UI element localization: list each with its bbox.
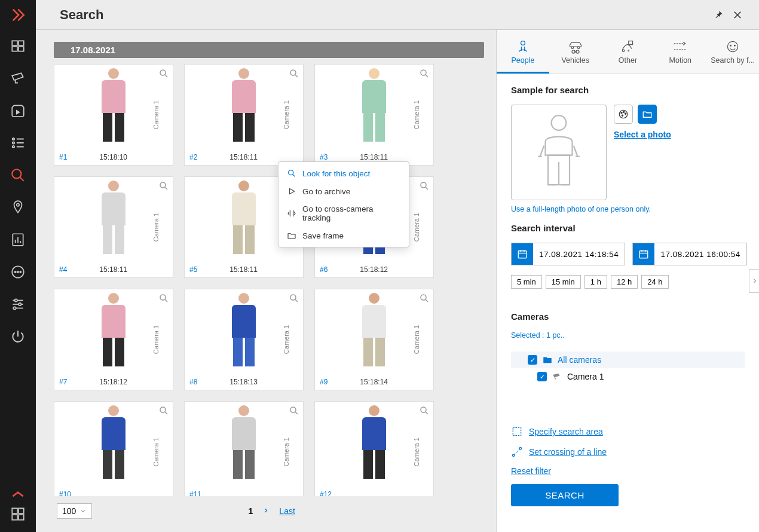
rail-logo[interactable] bbox=[0, 0, 36, 30]
pager-next[interactable] bbox=[262, 506, 270, 516]
page-size-value: 100 bbox=[62, 506, 76, 516]
tab-other[interactable]: Other bbox=[602, 30, 654, 74]
magnify-icon[interactable] bbox=[158, 293, 169, 306]
svg-rect-29 bbox=[12, 515, 17, 520]
rail-archive[interactable] bbox=[0, 94, 36, 127]
specify-area-link[interactable]: Specify search area bbox=[511, 426, 745, 438]
result-card[interactable]: Camera 1#815:18:13 bbox=[184, 289, 304, 390]
pin-button[interactable] bbox=[709, 5, 728, 25]
play-icon bbox=[287, 186, 296, 196]
rail-reports[interactable] bbox=[0, 224, 36, 256]
result-id: #5 bbox=[189, 265, 197, 274]
rail-collapse[interactable] bbox=[0, 488, 36, 502]
rail-cameras[interactable] bbox=[0, 62, 36, 94]
magnify-icon[interactable] bbox=[158, 405, 169, 418]
result-card[interactable]: Camera 1#415:18:11 bbox=[54, 176, 173, 278]
magnify-icon[interactable] bbox=[289, 293, 299, 306]
magnify-icon[interactable] bbox=[158, 68, 169, 81]
result-id: #7 bbox=[59, 378, 67, 386]
result-card[interactable]: Camera 1#215:18:11 bbox=[184, 64, 304, 166]
result-camera-label: Camera 1 bbox=[152, 438, 160, 466]
svg-line-48 bbox=[295, 299, 298, 302]
result-card[interactable]: Camera 1#10 bbox=[54, 401, 173, 496]
panel-collapse-handle[interactable] bbox=[749, 269, 759, 293]
svg-line-95 bbox=[515, 450, 519, 454]
quick-interval-button[interactable]: 15 min bbox=[546, 275, 581, 289]
svg-point-6 bbox=[13, 142, 14, 143]
interval-from[interactable]: 17.08.2021 14:18:54 bbox=[511, 243, 625, 265]
tab-vehicles[interactable]: Vehicles bbox=[549, 30, 602, 74]
reset-filter-link[interactable]: Reset filter bbox=[511, 466, 745, 476]
page-size-select[interactable]: 100 bbox=[57, 503, 92, 519]
pager-last[interactable]: Last bbox=[279, 506, 295, 516]
close-button[interactable] bbox=[728, 5, 747, 25]
quick-interval-button[interactable]: 5 min bbox=[511, 275, 542, 289]
camera-item-label: Camera 1 bbox=[567, 372, 604, 381]
svg-point-75 bbox=[552, 115, 567, 130]
rail-search[interactable] bbox=[0, 159, 36, 191]
result-card[interactable]: Camera 1#11 bbox=[184, 401, 304, 496]
rail-settings[interactable] bbox=[0, 288, 36, 320]
left-rail bbox=[0, 0, 36, 532]
checkbox-icon[interactable]: ✓ bbox=[528, 355, 537, 365]
result-grid: Camera 1#115:18:10Camera 1#215:18:11Came… bbox=[54, 64, 479, 496]
open-folder-button[interactable] bbox=[638, 105, 657, 124]
tab-face[interactable]: Search by f... bbox=[706, 30, 759, 74]
magnify-icon[interactable] bbox=[158, 181, 169, 194]
result-card[interactable]: Camera 1#915:18:14 bbox=[314, 289, 434, 390]
quick-interval-button[interactable]: 24 h bbox=[641, 275, 668, 289]
rail-map[interactable] bbox=[0, 191, 36, 224]
interval-to[interactable]: 17.08.2021 16:00:54 bbox=[632, 243, 746, 265]
svg-point-19 bbox=[17, 271, 19, 273]
rail-events[interactable] bbox=[0, 127, 36, 159]
tab-people[interactable]: People bbox=[497, 30, 549, 74]
result-card[interactable]: Camera 1#12 bbox=[314, 401, 434, 496]
ctx-play[interactable]: Go to archive bbox=[278, 182, 409, 200]
sample-photo-box[interactable] bbox=[511, 105, 607, 200]
magnify-icon[interactable] bbox=[419, 181, 430, 194]
result-id: #2 bbox=[189, 153, 197, 161]
rail-layouts[interactable] bbox=[0, 30, 36, 62]
sample-hint: Use a full-length photo of one person on… bbox=[511, 205, 745, 213]
tab-label: Other bbox=[619, 56, 637, 65]
svg-point-83 bbox=[622, 115, 623, 116]
results-panel: 17.08.2021 Camera 1#115:18:10Camera 1#21… bbox=[36, 30, 496, 532]
rail-more[interactable] bbox=[0, 256, 36, 288]
pager-current: 1 bbox=[249, 506, 253, 516]
svg-rect-2 bbox=[12, 47, 17, 51]
svg-rect-92 bbox=[513, 427, 521, 435]
color-picker-button[interactable] bbox=[614, 105, 633, 124]
magnify-icon[interactable] bbox=[289, 405, 299, 418]
select-photo-link[interactable]: Select a photo bbox=[614, 130, 671, 139]
result-card[interactable]: Camera 1#315:18:11 bbox=[314, 64, 434, 166]
result-camera-label: Camera 1 bbox=[413, 100, 420, 129]
ctx-track[interactable]: Go to cross-camera tracking bbox=[278, 200, 409, 227]
magnify-icon[interactable] bbox=[419, 68, 430, 81]
magnify-icon[interactable] bbox=[289, 68, 299, 81]
result-id: #4 bbox=[59, 265, 67, 274]
svg-rect-3 bbox=[19, 47, 24, 51]
magnify-icon[interactable] bbox=[419, 405, 430, 418]
crossing-line-link[interactable]: Set crossing of a line bbox=[511, 446, 745, 458]
camera-root[interactable]: ✓ All cameras bbox=[511, 351, 745, 368]
tab-motion[interactable]: Motion bbox=[654, 30, 706, 74]
svg-point-51 bbox=[160, 407, 166, 412]
svg-line-38 bbox=[426, 75, 428, 77]
rail-power[interactable] bbox=[0, 320, 36, 353]
camera-item[interactable]: ✓ Camera 1 bbox=[511, 368, 745, 385]
svg-line-11 bbox=[20, 177, 24, 181]
svg-point-94 bbox=[519, 448, 521, 450]
magnify-icon[interactable] bbox=[419, 293, 430, 306]
quick-interval-button[interactable]: 1 h bbox=[584, 275, 607, 289]
ctx-folder[interactable]: Save frame bbox=[278, 227, 409, 244]
svg-line-40 bbox=[165, 187, 167, 189]
result-card[interactable]: Camera 1#115:18:10 bbox=[54, 64, 173, 166]
quick-interval-button[interactable]: 12 h bbox=[611, 275, 638, 289]
ctx-search[interactable]: Look for this object bbox=[278, 164, 409, 182]
svg-point-62 bbox=[571, 47, 573, 48]
search-button[interactable]: SEARCH bbox=[511, 484, 619, 506]
checkbox-icon[interactable]: ✓ bbox=[537, 372, 547, 381]
svg-point-55 bbox=[421, 407, 426, 412]
result-card[interactable]: Camera 1#715:18:12 bbox=[54, 289, 173, 390]
rail-grid[interactable] bbox=[0, 502, 36, 526]
